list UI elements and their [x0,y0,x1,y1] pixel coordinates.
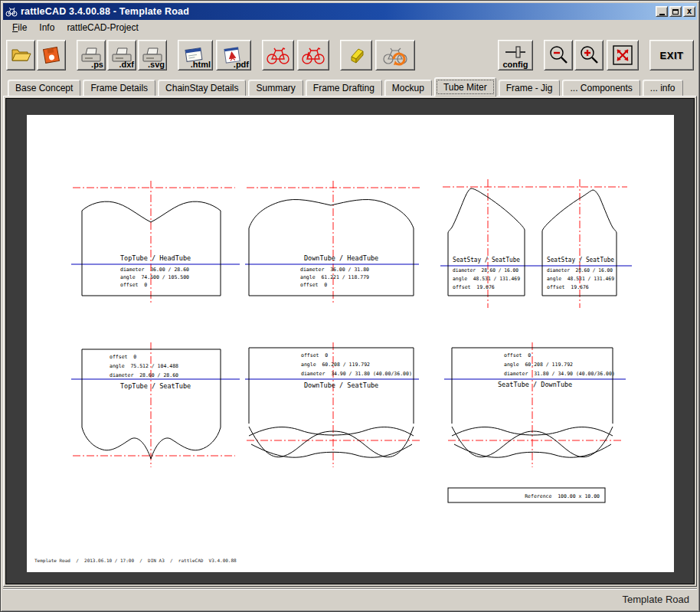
close-button[interactable]: x [683,6,695,17]
config-button[interactable]: config [498,40,533,70]
export-html-button[interactable]: .html [178,40,213,70]
export-dxf-button[interactable]: .dxf [107,40,136,70]
tab-components[interactable]: ... Components [562,80,639,96]
toolbar: .ps .dxf .svg [3,35,697,75]
template-outline-toptube-headtube [82,201,221,296]
open-folder-icon [9,45,32,65]
tube-miter-drawing: TopTube / HeadTube diameter 36.00 / 28.6… [27,115,674,572]
export-ps-button[interactable]: .ps [77,40,106,70]
template-outline-downtube-headtube [249,199,414,296]
tab-tube-miter[interactable]: Tube Miter [434,77,496,97]
zoom-in-button[interactable] [574,40,604,70]
template-texts: TopTube / HeadTube diameter 36.00 / 28.6… [34,254,615,564]
template-row: diameter 36.00 / 28.60 [120,267,189,273]
template-row: angle 75.512 / 104.488 [110,363,178,369]
frame-geometry-button[interactable] [262,40,294,70]
title-bar[interactable]: rattleCAD 3.4.00.88 - Template Road x [3,3,697,20]
template-label: DownTube / SeatTube [304,381,378,389]
template-label: TopTube / HeadTube [120,254,191,262]
template-label: SeatStay / SeatTube [547,256,614,263]
app-window: rattleCAD 3.4.00.88 - Template Road x Fi… [0,0,700,612]
export-html-label: .html [191,60,211,69]
save-project-button[interactable] [37,40,66,70]
template-label: DownTube / HeadTube [304,254,378,262]
road-bike-icon [265,44,291,66]
exit-button[interactable]: EXIT [649,40,694,70]
template-row: offset 0 [120,282,147,288]
template-row: offset 0 [504,352,531,358]
tab-info[interactable]: ... info [643,80,683,96]
refresh-bike-icon [379,44,411,67]
maximize-button[interactable] [669,6,682,17]
page-footer: Template Road / 2013.06.10 / 17:00 / DIN… [34,558,237,564]
miter-curve [454,444,611,457]
template-row: diameter 28.60 / 28.60 [110,372,178,378]
app-icon [5,6,18,17]
template-row: offset 19.676 [453,284,495,290]
template-row: angle 48.531 / 131.469 [453,276,520,282]
template-label: TopTube / SeatTube [120,382,191,390]
tab-frame-jig[interactable]: Frame - Jig [499,80,561,96]
template-row: diameter 31.80 / 34.90 (40.00/36.00) [504,371,615,377]
template-row: angle 60.208 / 119.792 [504,362,573,368]
template-row: diameter 28.60 / 16.00 [453,267,518,273]
tab-base-concept[interactable]: Base Concept [8,80,80,96]
template-row: diameter 36.00 / 31.80 [300,267,369,273]
menu-rattlecad-project[interactable]: rattleCAD-Project [61,21,144,34]
export-svg-button[interactable]: .svg [138,40,167,70]
export-ps-label: .ps [91,60,103,69]
fit-view-button[interactable] [607,40,639,70]
minimize-button[interactable] [656,6,668,17]
tab-summary[interactable]: Summary [248,80,303,96]
miter-curve [251,444,412,457]
export-dxf-label: .dxf [119,60,134,69]
tab-bar: Base Concept Frame Details ChainStay Det… [3,75,697,96]
eraser-icon [344,44,368,66]
menu-bar: File Info rattleCAD-Project [3,20,697,35]
close-icon: x [687,8,692,15]
template-row: angle 60.208 / 119.792 [301,362,370,368]
refresh-model-button[interactable] [375,40,415,70]
template-row: offset 0 [301,352,328,358]
template-row: diameter 34.90 / 31.80 (40.00/36.00) [301,371,412,377]
export-pdf-label: .pdf [234,60,249,69]
config-slider-icon [503,44,528,59]
menu-file[interactable]: File [6,21,33,34]
tab-chainstay-details[interactable]: ChainStay Details [158,80,246,96]
config-label: config [499,60,532,69]
template-row: offset 0 [300,282,327,288]
template-row: angle 74.500 / 105.500 [120,274,189,280]
zoom-out-button[interactable] [544,40,573,70]
tab-frame-drafting[interactable]: Frame Drafting [306,80,382,96]
drawing-page: TopTube / HeadTube diameter 36.00 / 28.6… [27,115,674,572]
status-text: Template Road [623,594,689,605]
menu-info[interactable]: Info [33,21,61,34]
template-label: SeatStay / SeatTube [453,256,520,263]
fit-view-icon [610,44,635,67]
zoom-in-icon [577,44,600,66]
window-title: rattleCAD 3.4.00.88 - Template Road [21,6,656,17]
template-row: angle 48.531 / 131.469 [547,276,614,282]
clear-button[interactable] [340,40,372,70]
zoom-out-icon [547,44,570,66]
status-bar: Template Road [3,588,697,609]
template-row: angle 61.221 / 118.779 [300,274,369,280]
tube-miter-panel: TopTube / HeadTube diameter 36.00 / 28.6… [3,96,697,587]
template-outlines [82,188,617,502]
drawing-canvas[interactable]: TopTube / HeadTube diameter 36.00 / 28.6… [5,98,695,584]
export-pdf-button[interactable]: .pdf [216,40,251,70]
frame-fork-geometry-button[interactable] [297,40,329,70]
open-project-button[interactable] [6,40,35,70]
tab-mockup[interactable]: Mockup [384,80,432,96]
minimize-icon [659,14,665,15]
save-floppy-icon [40,45,63,65]
reference-label: Reference 100.00 x 10.00 [525,493,600,499]
road-bike-icon [300,44,326,66]
template-row: diameter 28.60 / 16.00 [547,267,613,273]
export-svg-label: .svg [148,60,165,69]
template-row: offset 19.676 [547,284,589,290]
template-row: offset 0 [110,354,136,360]
centerlines [73,179,627,467]
tab-frame-details[interactable]: Frame Details [83,80,155,96]
exit-label: EXIT [660,50,684,61]
